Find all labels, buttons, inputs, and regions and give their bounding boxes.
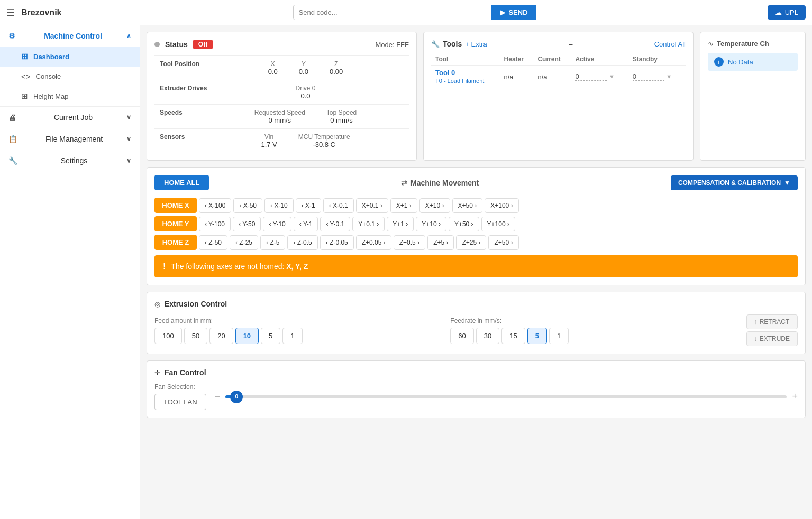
send-arrow-icon: ▶: [500, 8, 505, 16]
z-plus-50[interactable]: Z+50 ›: [488, 235, 518, 250]
extrude-label: EXTRUDE: [760, 335, 790, 342]
extrusion-card: ◎ Extrusion Control Feed amount in mm: 1…: [147, 292, 806, 354]
x-minus-100[interactable]: ‹ X-100: [199, 198, 231, 213]
tool-current-cell: n/a: [533, 66, 571, 88]
z-plus-0-05[interactable]: Z+0.05 ›: [356, 235, 391, 250]
x-minus-0-1[interactable]: ‹ X-0.1: [323, 198, 354, 213]
sensors-label: Sensors: [160, 133, 207, 149]
tool-standby-input[interactable]: [633, 72, 664, 81]
feedrate-60[interactable]: 60: [450, 328, 473, 344]
sidebar-item-height-map[interactable]: ⊞ Height Map: [0, 86, 140, 106]
tool-fan-button[interactable]: TOOL FAN: [154, 394, 206, 410]
status-card: Status Off Mode: FFF Tool Position X 0.0: [147, 32, 417, 161]
fan-card: ✛ Fan Control Fan Selection: TOOL FAN − …: [147, 360, 806, 418]
sidebar-machine-control-header[interactable]: ⚙ Machine Control ∧: [0, 25, 140, 47]
feed-100[interactable]: 100: [154, 328, 182, 344]
feed-50[interactable]: 50: [184, 328, 207, 344]
feed-10[interactable]: 10: [235, 328, 259, 344]
y-plus-100[interactable]: Y+100 ›: [481, 217, 515, 231]
x-plus-1[interactable]: X+1 ›: [390, 198, 417, 213]
tool-name-link[interactable]: Tool 0: [435, 69, 455, 77]
z-minus-5[interactable]: ‹ Z-5: [260, 235, 285, 250]
feedrate-5[interactable]: 5: [527, 328, 547, 344]
z-plus-0-5[interactable]: Z+0.5 ›: [394, 235, 425, 250]
temp-no-data-banner: i No Data: [708, 53, 798, 71]
main-content: Status Off Mode: FFF Tool Position X 0.0: [140, 25, 812, 519]
x-minus-10[interactable]: ‹ X-10: [264, 198, 294, 213]
speeds-section: Speeds Requested Speed 0 mm/s Top Speed …: [154, 104, 409, 128]
console-icon: <>: [21, 72, 31, 81]
home-z-button[interactable]: HOME Z: [154, 235, 197, 250]
req-speed-value: 0 mm/s: [254, 116, 305, 124]
feed-20[interactable]: 20: [209, 328, 233, 344]
feed-1[interactable]: 1: [282, 328, 302, 344]
x-plus-100[interactable]: X+100 ›: [485, 198, 518, 213]
sidebar-item-console[interactable]: <> Console: [0, 67, 140, 86]
sidebar-section-machine-control: ⚙ Machine Control ∧ ⊞ Dashboard <> Conso…: [0, 25, 140, 106]
menu-icon[interactable]: ☰: [6, 7, 15, 18]
home-all-button[interactable]: HOME ALL: [154, 175, 209, 190]
y-minus-50[interactable]: ‹ Y-50: [233, 217, 261, 231]
sliders-icon: ⚙: [8, 32, 15, 40]
sidebar-current-job-label: Current Job: [54, 113, 93, 122]
y-minus-0-1[interactable]: ‹ Y-0.1: [320, 217, 350, 231]
compensation-calibration-button[interactable]: COMPENSATION & CALIBRATION ▼: [671, 175, 798, 190]
info-icon: i: [714, 57, 724, 67]
x-plus-0-1[interactable]: X+0.1 ›: [356, 198, 388, 213]
z-plus-5[interactable]: Z+5 ›: [427, 235, 454, 250]
y-minus-1[interactable]: ‹ Y-1: [294, 217, 318, 231]
extrude-button[interactable]: ↓ EXTRUDE: [746, 331, 798, 346]
drive0-value: 0.0: [295, 92, 315, 100]
sidebar-settings-header[interactable]: 🔧 Settings ∨: [0, 150, 140, 171]
y-minus-100[interactable]: ‹ Y-100: [199, 217, 231, 231]
col-active: Active: [571, 53, 628, 66]
tool-sub-label[interactable]: T0 - Load Filament: [435, 78, 484, 84]
sidebar-item-dashboard[interactable]: ⊞ Dashboard: [0, 47, 140, 67]
tools-control-all-link[interactable]: Control All: [654, 40, 686, 48]
fan-minus-icon[interactable]: −: [215, 391, 221, 402]
home-x-button[interactable]: HOME X: [154, 198, 197, 213]
x-plus-10[interactable]: X+10 ›: [419, 198, 450, 213]
feed-5[interactable]: 5: [261, 328, 280, 344]
x-minus-50[interactable]: ‹ X-50: [233, 198, 262, 213]
tool-active-input[interactable]: [575, 72, 607, 81]
home-y-button[interactable]: HOME Y: [154, 216, 197, 231]
sidebar-section-settings: 🔧 Settings ∨: [0, 150, 140, 171]
feedrate-1[interactable]: 1: [549, 328, 569, 344]
retract-button[interactable]: ↑ RETRACT: [746, 314, 798, 329]
feedrate-30[interactable]: 30: [476, 328, 499, 344]
tool-standby-cell: ▼: [628, 66, 686, 88]
upload-button[interactable]: ☁ UPL: [768, 5, 806, 20]
z-minus-50[interactable]: ‹ Z-50: [199, 235, 227, 250]
z-minus-0-05[interactable]: ‹ Z-0.05: [320, 235, 354, 250]
z-plus-25[interactable]: Z+25 ›: [456, 235, 486, 250]
fan-slider-container: 0: [225, 395, 787, 398]
sidebar-settings-label: Settings: [61, 156, 88, 165]
y-minus-10[interactable]: ‹ Y-10: [263, 217, 291, 231]
y-plus-50[interactable]: Y+50 ›: [449, 217, 479, 231]
z-value: 0.00: [330, 68, 343, 76]
y-plus-1[interactable]: Y+1 ›: [387, 217, 414, 231]
extrusion-title: Extrusion Control: [165, 300, 227, 308]
send-code-input[interactable]: [293, 5, 492, 20]
x-label: X: [268, 60, 278, 68]
x-minus-1[interactable]: ‹ X-1: [296, 198, 321, 213]
y-plus-10[interactable]: Y+10 ›: [416, 217, 446, 231]
mcu-temp-value: -30.8 C: [298, 141, 350, 149]
sidebar-current-job-header[interactable]: 🖨 Current Job ∨: [0, 107, 140, 128]
sidebar-file-management-header[interactable]: 📋 File Management ∨: [0, 128, 140, 150]
x-plus-50[interactable]: X+50 ›: [452, 198, 483, 213]
col-tool: Tool: [431, 53, 500, 66]
z-minus-25[interactable]: ‹ Z-25: [230, 235, 258, 250]
feedrate-label: Feedrate in mm/s:: [450, 317, 740, 325]
fan-header: ✛ Fan Control: [154, 368, 798, 377]
temp-header: ∿ Temperature Ch: [708, 40, 798, 48]
y-plus-0-1[interactable]: Y+0.1 ›: [352, 217, 385, 231]
send-button[interactable]: ▶ SEND: [491, 5, 536, 20]
tools-extra-link[interactable]: + Extra: [465, 40, 487, 48]
dashboard-icon: ⊞: [21, 52, 28, 61]
feedrate-15[interactable]: 15: [501, 328, 525, 344]
vin-label: Vin: [261, 133, 277, 141]
fan-plus-icon[interactable]: +: [792, 391, 798, 402]
z-minus-0-5[interactable]: ‹ Z-0.5: [287, 235, 317, 250]
